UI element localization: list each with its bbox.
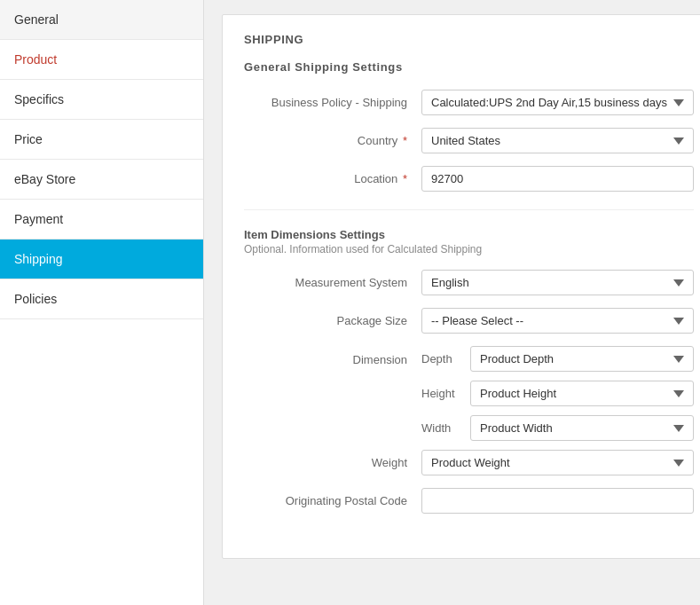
depth-select[interactable]: Product Depth: [470, 346, 694, 372]
business-policy-select[interactable]: Calculated:UPS 2nd Day Air,15 business d…: [421, 90, 694, 115]
sidebar: General Product Specifics Price eBay Sto…: [0, 0, 204, 605]
width-select[interactable]: Product Width: [470, 415, 694, 441]
originating-postal-input[interactable]: [421, 488, 694, 514]
measurement-system-label: Measurement System: [244, 276, 421, 289]
sidebar-item-product[interactable]: Product: [0, 40, 203, 80]
location-input[interactable]: [421, 166, 694, 192]
measurement-system-row: Measurement System English: [244, 270, 694, 295]
sidebar-item-specifics[interactable]: Specifics: [0, 80, 203, 120]
location-required: *: [399, 172, 407, 185]
sidebar-item-general[interactable]: General: [0, 0, 203, 40]
business-policy-row: Business Policy - Shipping Calculated:UP…: [244, 90, 694, 115]
sidebar-item-payment[interactable]: Payment: [0, 200, 203, 240]
item-dimensions-desc: Optional. Information used for Calculate…: [244, 243, 694, 255]
measurement-system-select[interactable]: English: [421, 270, 694, 295]
country-row: Country * United States: [244, 128, 694, 153]
country-required: *: [399, 134, 407, 147]
sidebar-item-price[interactable]: Price: [0, 120, 203, 160]
dimension-group: Dimension Depth Product Depth Height: [244, 346, 694, 450]
height-row: Height Product Height: [421, 381, 694, 406]
sidebar-item-policies[interactable]: Policies: [0, 279, 203, 319]
page-title: SHIPPING: [244, 33, 694, 46]
dimension-fields: Depth Product Depth Height Product Heigh…: [421, 346, 694, 450]
width-label: Width: [421, 421, 470, 435]
location-label: Location *: [244, 172, 421, 185]
weight-label: Weight: [244, 456, 421, 469]
sidebar-item-ebay-store[interactable]: eBay Store: [0, 160, 203, 200]
country-label: Country *: [244, 134, 421, 147]
depth-label: Depth: [421, 352, 470, 365]
location-row: Location *: [244, 166, 694, 192]
item-dimensions-title: Item Dimensions Settings: [244, 228, 694, 241]
shipping-card: SHIPPING General Shipping Settings Busin…: [222, 14, 700, 559]
package-size-row: Package Size -- Please Select --: [244, 308, 694, 334]
package-size-select[interactable]: -- Please Select --: [421, 308, 694, 334]
business-policy-label: Business Policy - Shipping: [244, 96, 421, 109]
general-shipping-section: General Shipping Settings Business Polic…: [244, 60, 694, 192]
originating-postal-row: Originating Postal Code: [244, 488, 694, 514]
dimension-label: Dimension: [244, 346, 421, 366]
item-dimensions-section: Item Dimensions Settings Optional. Infor…: [244, 228, 694, 514]
width-row: Width Product Width: [421, 415, 694, 441]
originating-postal-label: Originating Postal Code: [244, 494, 421, 507]
country-select[interactable]: United States: [421, 128, 694, 153]
weight-row: Weight Product Weight: [244, 450, 694, 475]
general-shipping-title: General Shipping Settings: [244, 60, 694, 74]
depth-row: Depth Product Depth: [421, 346, 694, 372]
divider-1: [244, 209, 694, 210]
package-size-label: Package Size: [244, 314, 421, 327]
weight-select[interactable]: Product Weight: [421, 450, 694, 475]
main-content: SHIPPING General Shipping Settings Busin…: [204, 0, 700, 605]
sidebar-item-shipping[interactable]: Shipping: [0, 240, 203, 279]
height-label: Height: [421, 387, 470, 400]
height-select[interactable]: Product Height: [470, 381, 694, 406]
